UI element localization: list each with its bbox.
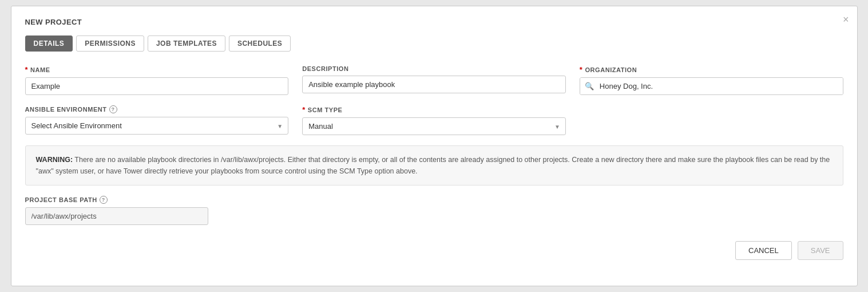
scm-type-field-group: * SCM TYPE Manual Git Mercurial Subversi… [302, 105, 566, 135]
project-base-help-icon[interactable]: ? [100, 196, 108, 204]
project-base-label: PROJECT BASE PATH ? [25, 196, 843, 204]
description-input[interactable] [302, 76, 566, 93]
scm-type-select-wrap: Manual Git Mercurial Subversion Red Hat … [302, 117, 566, 135]
name-label: * NAME [25, 65, 289, 74]
form-row-1: * NAME DESCRIPTION * ORGANIZATION 🔍 [25, 65, 843, 95]
cancel-button[interactable]: CANCEL [735, 241, 792, 260]
organization-input[interactable] [599, 78, 843, 94]
name-required-star: * [25, 65, 29, 74]
name-input[interactable] [25, 77, 289, 95]
ansible-env-label: ANSIBLE ENVIRONMENT ? [25, 105, 289, 113]
project-base-path-group: PROJECT BASE PATH ? [25, 196, 843, 225]
tab-details[interactable]: DETAILS [25, 35, 73, 52]
scm-type-label: * SCM TYPE [302, 105, 566, 114]
save-button[interactable]: SAVE [798, 241, 843, 260]
form-row-2: ANSIBLE ENVIRONMENT ? Select Ansible Env… [25, 105, 843, 135]
scm-type-select[interactable]: Manual Git Mercurial Subversion Red Hat … [302, 117, 566, 135]
tab-schedules[interactable]: SCHEDULES [229, 35, 291, 52]
ansible-env-help-icon[interactable]: ? [109, 105, 117, 113]
form-footer: CANCEL SAVE [25, 241, 843, 260]
ansible-env-field-group: ANSIBLE ENVIRONMENT ? Select Ansible Env… [25, 105, 289, 135]
scm-required-star: * [302, 105, 306, 114]
empty-col [580, 105, 843, 135]
ansible-env-select[interactable]: Select Ansible Environment [25, 117, 289, 135]
organization-field-group: * ORGANIZATION 🔍 [580, 65, 843, 95]
ansible-env-select-wrap: Select Ansible Environment ▼ [25, 117, 289, 135]
modal-close-button[interactable]: × [843, 14, 849, 25]
tab-permissions[interactable]: PERMISSIONS [76, 35, 144, 52]
warning-box: WARNING: There are no available playbook… [25, 145, 843, 186]
warning-text: There are no available playbook director… [36, 156, 830, 175]
new-project-modal: × NEW PROJECT DETAILS PERMISSIONS JOB TE… [11, 6, 858, 286]
org-required-star: * [580, 65, 583, 74]
organization-label: * ORGANIZATION [580, 65, 843, 74]
modal-title: NEW PROJECT [25, 18, 843, 26]
description-label: DESCRIPTION [302, 65, 566, 72]
name-field-group: * NAME [25, 65, 289, 95]
tab-job-templates[interactable]: JOB TEMPLATES [148, 35, 225, 52]
org-search-icon: 🔍 [580, 78, 599, 94]
organization-input-wrap: 🔍 [580, 77, 843, 95]
description-field-group: DESCRIPTION [302, 65, 566, 95]
project-base-input [25, 207, 208, 225]
tab-bar: DETAILS PERMISSIONS JOB TEMPLATES SCHEDU… [25, 35, 843, 52]
warning-bold: WARNING: [36, 156, 73, 164]
